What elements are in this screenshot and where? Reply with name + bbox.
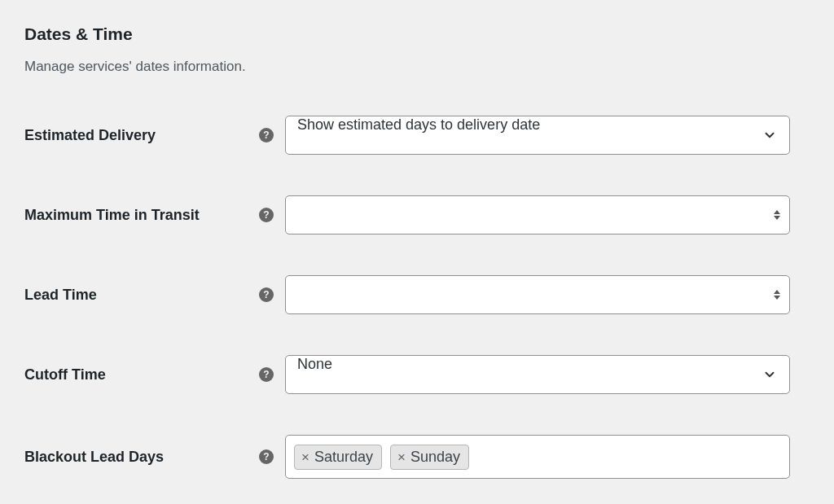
blackout-lead-days-input[interactable]: × Saturday × Sunday bbox=[285, 435, 790, 479]
tag-label: Sunday bbox=[410, 449, 460, 466]
cutoff-time-select[interactable]: None bbox=[285, 355, 790, 394]
tag-label: Saturday bbox=[314, 449, 373, 466]
section-description: Manage services' dates information. bbox=[24, 59, 810, 75]
help-icon[interactable]: ? bbox=[259, 128, 274, 142]
help-icon[interactable]: ? bbox=[259, 449, 274, 464]
field-row-blackout-lead-days: Blackout Lead Days ? × Saturday × Sunday bbox=[24, 435, 810, 479]
field-row-estimated-delivery: Estimated Delivery ? Show estimated days… bbox=[24, 116, 810, 155]
lead-time-input[interactable] bbox=[285, 275, 790, 314]
field-row-max-transit: Maximum Time in Transit ? bbox=[24, 195, 810, 234]
section-title: Dates & Time bbox=[24, 24, 810, 44]
lead-time-label: Lead Time bbox=[24, 287, 259, 304]
help-icon[interactable]: ? bbox=[259, 287, 274, 302]
field-row-cutoff-time: Cutoff Time ? None bbox=[24, 355, 810, 394]
close-icon[interactable]: × bbox=[396, 450, 407, 464]
blackout-lead-days-label: Blackout Lead Days bbox=[24, 449, 259, 466]
cutoff-time-label: Cutoff Time bbox=[24, 366, 259, 383]
close-icon[interactable]: × bbox=[300, 450, 311, 464]
max-transit-label: Maximum Time in Transit bbox=[24, 207, 259, 224]
help-icon[interactable]: ? bbox=[259, 367, 274, 382]
estimated-delivery-select[interactable]: Show estimated days to delivery date bbox=[285, 116, 790, 155]
tag-sunday[interactable]: × Sunday bbox=[390, 445, 469, 470]
max-transit-input[interactable] bbox=[285, 195, 790, 234]
estimated-delivery-label: Estimated Delivery bbox=[24, 127, 259, 144]
field-row-lead-time: Lead Time ? bbox=[24, 275, 810, 314]
help-icon[interactable]: ? bbox=[259, 208, 274, 222]
tag-saturday[interactable]: × Saturday bbox=[294, 445, 382, 470]
